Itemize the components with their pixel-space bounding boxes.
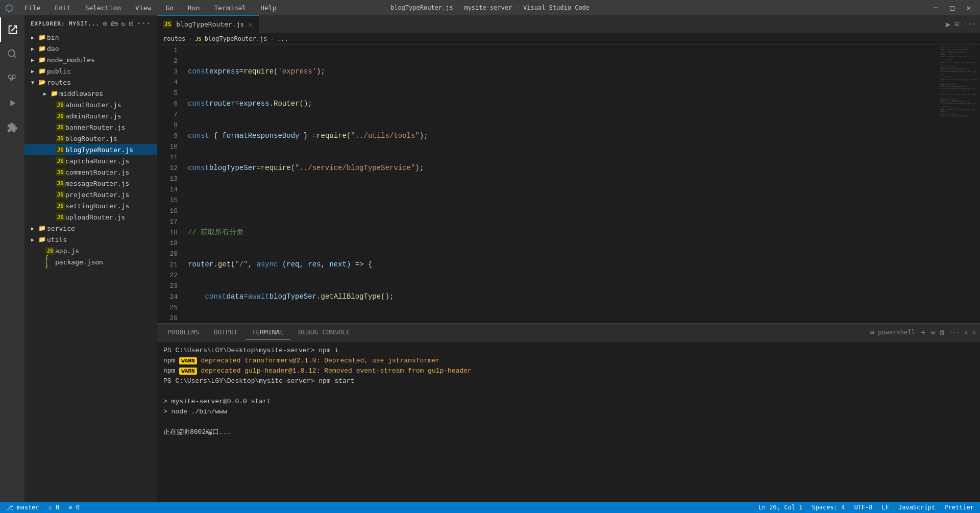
sidebar-item-package-json[interactable]: { } package.json bbox=[24, 256, 157, 267]
tab-output[interactable]: OUTPUT bbox=[208, 325, 244, 339]
new-folder-icon[interactable]: 🗁 bbox=[111, 19, 118, 28]
tab-terminal[interactable]: TERMINAL bbox=[246, 325, 290, 339]
activity-extensions[interactable] bbox=[0, 115, 24, 140]
sidebar-item-project-router[interactable]: JS projectRouter.js bbox=[24, 189, 157, 200]
tree-label: captchaRouter.js bbox=[65, 157, 129, 165]
sidebar-item-utils[interactable]: ▶ 📁 utils bbox=[24, 234, 157, 245]
editor-body: 12345 678910 1112131415 1617181920 21222… bbox=[157, 45, 980, 323]
status-language[interactable]: JavaScript bbox=[896, 504, 937, 511]
sidebar-item-middlewares[interactable]: ▶ 📁 middlewares bbox=[24, 88, 157, 99]
sidebar-item-public[interactable]: ▶ 📁 public bbox=[24, 65, 157, 77]
status-encoding[interactable]: UTF-8 bbox=[852, 504, 874, 511]
spacer bbox=[47, 145, 55, 154]
terminal-close-icon[interactable]: ✕ bbox=[972, 329, 976, 336]
sidebar-item-message-router[interactable]: JS messageRouter.js bbox=[24, 178, 157, 189]
sidebar-item-setting-router[interactable]: JS settingRouter.js bbox=[24, 200, 157, 211]
code-line-5 bbox=[188, 195, 939, 206]
tab-blog-type-router[interactable]: JS blogTypeRouter.js ✕ bbox=[157, 15, 259, 33]
terminal-content[interactable]: PS C:\Users\LGY\Desktop\mysite-server> n… bbox=[157, 341, 980, 502]
window-controls: ─ □ ✕ bbox=[929, 3, 975, 13]
menu-go[interactable]: Go bbox=[162, 3, 177, 13]
line-numbers: 12345 678910 1112131415 1617181920 21222… bbox=[157, 45, 182, 323]
sidebar-item-admin-router[interactable]: JS adminRouter.js bbox=[24, 110, 157, 121]
terminal-chevron-up-icon[interactable]: ∧ bbox=[965, 329, 968, 336]
terminal-kill-icon[interactable]: 🗑 bbox=[939, 329, 945, 336]
sidebar-item-node-modules[interactable]: ▶ 📁 node_modules bbox=[24, 54, 157, 65]
activity-search[interactable] bbox=[0, 42, 24, 66]
window-maximize-button[interactable]: □ bbox=[946, 3, 958, 13]
tree-label: utils bbox=[47, 236, 67, 243]
more-actions-icon[interactable]: ··· bbox=[137, 19, 151, 28]
status-indentation[interactable]: Spaces: 4 bbox=[810, 504, 847, 511]
terminal-add-icon[interactable]: ＋ bbox=[919, 327, 927, 338]
sidebar-item-bin[interactable]: ▶ 📁 bin bbox=[24, 32, 157, 43]
menu-help[interactable]: Help bbox=[257, 3, 279, 13]
sidebar-item-dao[interactable]: ▶ 📁 dao bbox=[24, 43, 157, 54]
sidebar-item-routes[interactable]: ▼ 📂 routes bbox=[24, 77, 157, 88]
menu-terminal[interactable]: Terminal bbox=[211, 3, 250, 13]
spacer bbox=[47, 213, 55, 221]
window-minimize-button[interactable]: ─ bbox=[929, 3, 942, 13]
tab-label: blogTypeRouter.js bbox=[176, 20, 244, 28]
breadcrumb-filename[interactable]: blogTypeRouter.js bbox=[205, 35, 267, 42]
sidebar-item-comment-router[interactable]: JS commentRouter.js bbox=[24, 166, 157, 178]
spacer bbox=[47, 112, 55, 120]
sidebar-item-app-js[interactable]: JS app.js bbox=[24, 245, 157, 256]
sidebar-item-banner-router[interactable]: JS bannerRouter.js bbox=[24, 121, 157, 133]
menu-run[interactable]: Run bbox=[185, 3, 203, 13]
collapse-all-icon[interactable]: ⊟ bbox=[129, 19, 134, 28]
tab-close-button[interactable]: ✕ bbox=[248, 20, 252, 29]
terminal-info-3: 正在监听8002端口... bbox=[163, 428, 231, 436]
new-file-icon[interactable]: ⊕ bbox=[103, 19, 107, 28]
sidebar-item-service[interactable]: ▶ 📁 service bbox=[24, 223, 157, 234]
activity-run-debug[interactable] bbox=[0, 91, 24, 115]
folder-icon: 📁 bbox=[49, 89, 59, 97]
split-editor-icon[interactable]: ⊟ bbox=[954, 20, 959, 28]
terminal-deprecated-1: deprecated transformers@2.1.0: Deprecate… bbox=[197, 357, 440, 364]
status-cursor-position[interactable]: Ln 26, Col 1 bbox=[756, 504, 805, 511]
status-formatter[interactable]: Prettier bbox=[942, 504, 976, 511]
window-close-button[interactable]: ✕ bbox=[963, 3, 975, 13]
status-branch[interactable]: ⎇ master bbox=[4, 504, 41, 511]
chevron-right-icon: ▶ bbox=[29, 67, 37, 75]
activity-source-control[interactable] bbox=[0, 66, 24, 91]
terminal-npm-2: npm bbox=[163, 367, 179, 375]
refresh-icon[interactable]: ↻ bbox=[121, 19, 126, 28]
tree-label: bin bbox=[47, 34, 59, 41]
terminal-name: powershell bbox=[878, 329, 915, 336]
sidebar-item-about-router[interactable]: JS aboutRouter.js bbox=[24, 99, 157, 110]
vscode-logo-icon[interactable]: ⬡ bbox=[5, 3, 13, 13]
sidebar-item-blog-type-router[interactable]: JS blogTypeRouter.js bbox=[24, 144, 157, 155]
sidebar-item-upload-router[interactable]: JS uploadRouter.js bbox=[24, 211, 157, 223]
run-icon[interactable]: ▶ bbox=[946, 19, 951, 29]
terminal-shell-label: ⊞ bbox=[870, 329, 874, 336]
tree-label: node_modules bbox=[47, 56, 95, 64]
terminal-deprecated-2: deprecated gulp-header@1.8.12: Removed e… bbox=[197, 367, 472, 375]
terminal-split-icon[interactable]: ⊟ bbox=[932, 329, 935, 336]
more-editor-actions-icon[interactable]: ··· bbox=[963, 20, 976, 28]
terminal-more-icon[interactable]: ··· bbox=[949, 329, 961, 336]
menu-selection[interactable]: Selection bbox=[82, 3, 124, 13]
menu-file[interactable]: File bbox=[21, 3, 43, 13]
sidebar-item-blog-router[interactable]: JS blogRouter.js bbox=[24, 133, 157, 144]
warn-badge-2: WARN bbox=[179, 368, 197, 375]
breadcrumb-symbol[interactable]: ... bbox=[277, 35, 288, 42]
sidebar-item-captcha-router[interactable]: JS captchaRouter.js bbox=[24, 155, 157, 166]
minimap-content: const express = require('express'); cons… bbox=[939, 45, 980, 323]
terminal-line-7: > node ./bin/www bbox=[163, 407, 974, 417]
terminal-prompt-2: PS C:\Users\LGY\Desktop\mysite-server> bbox=[163, 377, 318, 385]
status-line-ending[interactable]: LF bbox=[880, 504, 891, 511]
status-errors[interactable]: ⚠ 0 bbox=[46, 504, 62, 511]
status-warnings[interactable]: ⊘ 0 bbox=[66, 504, 82, 511]
breadcrumb-routes[interactable]: routes bbox=[163, 35, 185, 42]
tab-debug-console[interactable]: DEBUG CONSOLE bbox=[292, 325, 356, 339]
file-tree: ▶ 📁 bin ▶ 📁 dao ▶ 📁 node_modules ▶ 📁 pub… bbox=[24, 32, 157, 502]
chevron-down-icon: ▼ bbox=[29, 78, 37, 86]
tab-problems[interactable]: PROBLEMS bbox=[161, 325, 206, 339]
menu-edit[interactable]: Edit bbox=[52, 3, 74, 13]
code-editor[interactable]: 12345 678910 1112131415 1617181920 21222… bbox=[157, 45, 939, 323]
chevron-right-icon: ▶ bbox=[29, 224, 37, 232]
json-file-icon: { } bbox=[45, 258, 55, 266]
menu-view[interactable]: View bbox=[132, 3, 154, 13]
activity-explorer[interactable] bbox=[0, 17, 24, 42]
